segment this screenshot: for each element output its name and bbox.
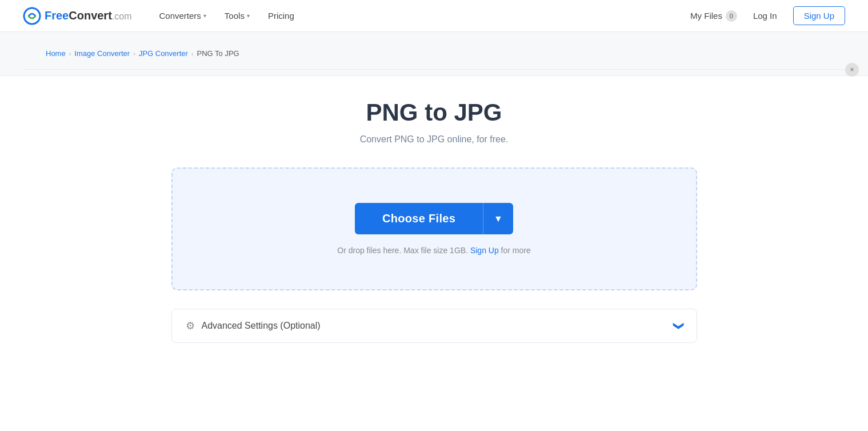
- logo-icon: [23, 7, 41, 25]
- logo-convert: Convert: [69, 9, 112, 22]
- choose-files-wrapper: Choose Files ▼: [355, 203, 513, 234]
- breadcrumb: Home › Image Converter › JPG Converter ›…: [23, 38, 845, 70]
- close-side-button[interactable]: ×: [845, 63, 859, 77]
- breadcrumb-image-converter[interactable]: Image Converter: [74, 49, 130, 58]
- tools-chevron-icon: ▾: [247, 13, 250, 19]
- my-files-badge: 0: [726, 10, 737, 22]
- breadcrumb-jpg-converter[interactable]: JPG Converter: [139, 49, 188, 58]
- breadcrumb-sep-3: ›: [191, 50, 194, 57]
- nav-tools[interactable]: Tools ▾: [218, 6, 257, 25]
- gear-icon: ⚙: [186, 320, 195, 332]
- page-title: PNG to JPG: [171, 99, 697, 126]
- main-content: PNG to JPG Convert PNG to JPG online, fo…: [160, 76, 709, 377]
- logo-free: Free: [45, 9, 69, 22]
- nav-right: My Files 0 Log In Sign Up: [690, 6, 845, 25]
- converters-chevron-icon: ▾: [203, 13, 206, 19]
- logo-link[interactable]: FreeConvert.com: [23, 7, 132, 25]
- advanced-settings-panel: ⚙ Advanced Settings (Optional) ❯: [171, 309, 697, 343]
- breadcrumb-sep-1: ›: [69, 50, 71, 57]
- advanced-chevron-icon: ❯: [672, 322, 685, 330]
- breadcrumb-bar: Home › Image Converter › JPG Converter ›…: [0, 32, 868, 76]
- nav-pricing[interactable]: Pricing: [261, 6, 301, 25]
- breadcrumb-sep-2: ›: [133, 50, 135, 57]
- navbar: FreeConvert.com Converters ▾ Tools ▾ Pri…: [0, 0, 868, 32]
- breadcrumb-home[interactable]: Home: [46, 49, 66, 58]
- advanced-settings-left: ⚙ Advanced Settings (Optional): [186, 320, 321, 332]
- drop-hint-signup-link[interactable]: Sign Up: [470, 246, 499, 255]
- dropdown-arrow-icon: ▼: [494, 214, 503, 224]
- drop-hint: Or drop files here. Max file size 1GB. S…: [337, 246, 530, 255]
- advanced-settings-label: Advanced Settings (Optional): [202, 321, 321, 331]
- advanced-settings-toggle[interactable]: ⚙ Advanced Settings (Optional) ❯: [172, 309, 697, 342]
- choose-files-button[interactable]: Choose Files: [355, 203, 483, 234]
- svg-point-0: [24, 8, 40, 24]
- login-button[interactable]: Log In: [746, 6, 784, 25]
- nav-links: Converters ▾ Tools ▾ Pricing: [153, 6, 691, 25]
- nav-converters[interactable]: Converters ▾: [153, 6, 213, 25]
- drop-zone[interactable]: Choose Files ▼ Or drop files here. Max f…: [171, 167, 697, 290]
- breadcrumb-current: PNG To JPG: [197, 49, 239, 58]
- signup-button[interactable]: Sign Up: [793, 6, 845, 25]
- page-subtitle: Convert PNG to JPG online, for free.: [171, 134, 697, 145]
- logo-tld: .com: [112, 11, 132, 21]
- choose-files-dropdown-button[interactable]: ▼: [483, 203, 513, 234]
- my-files-link[interactable]: My Files 0: [690, 10, 737, 22]
